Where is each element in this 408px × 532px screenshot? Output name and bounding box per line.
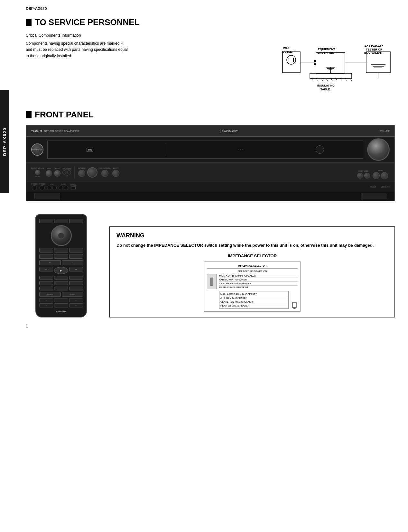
svg-line-15 xyxy=(321,78,323,81)
set-menu-btn[interactable] xyxy=(78,170,85,177)
remote-vol-up[interactable]: + xyxy=(39,260,61,265)
imp-row-rear: REAR 8Ω MIN. /SPEAKER xyxy=(219,286,298,289)
input-btn2[interactable] xyxy=(381,172,388,179)
amp-controls-row: BASS EXTENSION ON OFF BASS TREBLE xyxy=(26,162,394,182)
imp-switch-lever xyxy=(210,278,213,286)
remote-btn-9[interactable] xyxy=(69,254,83,259)
input-btn1[interactable] xyxy=(373,172,380,179)
svg-text:EQUIVALENT: EQUIVALENT xyxy=(364,51,383,54)
impedance-title: IMPEDANCE SELECTOR xyxy=(116,253,388,258)
remote-tape-btn[interactable]: POWER xyxy=(62,292,83,297)
amp-top-bar: YAMAHA NATURAL SOUND AV AMPLIFIER CINEMA… xyxy=(26,125,394,137)
remote-btn-b2[interactable] xyxy=(54,281,68,285)
remote-btn-5[interactable] xyxy=(54,248,68,252)
remote-next-btn[interactable]: ⏭ xyxy=(69,267,83,271)
side-tab-label: DSP-AX620 xyxy=(2,127,7,156)
svideo-jack xyxy=(40,185,45,190)
amplifier-diagram: YAMAHA NATURAL SOUND AV AMPLIFIER CINEMA… xyxy=(26,125,395,201)
page-number: 1 xyxy=(26,324,395,328)
model-number: DSP-AX620 xyxy=(26,6,47,11)
remote-vol-row: + − xyxy=(39,260,83,265)
remote-btn-b3[interactable] xyxy=(69,281,83,285)
video-jack1 xyxy=(47,186,51,190)
remote-empty2 xyxy=(54,303,68,307)
effect-btn[interactable] xyxy=(112,170,119,177)
svg-rect-7 xyxy=(314,60,316,62)
remote-empty xyxy=(54,298,68,302)
imp-diagram-content2: MAIN A OR B 4Ω MIN. /SPEAKER A+B 8Ω MIN.… xyxy=(207,291,298,309)
remote-btn-a1[interactable] xyxy=(39,276,53,280)
speaker-a-btn[interactable] xyxy=(62,170,66,174)
critical-info: Critical Components Information Componen… xyxy=(26,32,260,97)
speaker-b-btn[interactable] xyxy=(67,170,71,174)
treble-knob[interactable] xyxy=(54,170,60,177)
remote-btn-c2[interactable] xyxy=(54,287,68,290)
imp-row-main-a2: MAIN A OR B 4Ω MIN. /SPEAKER xyxy=(220,292,287,296)
remote-bottom-grid: − − + + xyxy=(39,298,83,307)
yamaha-brand: YAMAHA xyxy=(31,130,42,133)
yamaha-tagline: NATURAL SOUND AV AMPLIFIER xyxy=(44,130,79,132)
svg-text:UNDER TEST: UNDER TEST xyxy=(317,51,336,54)
treble-label: TREBLE xyxy=(54,168,60,170)
imp-icon xyxy=(291,291,298,309)
input-mode-btn1[interactable] xyxy=(357,173,363,179)
remote-btn-2[interactable] xyxy=(54,219,68,223)
remote-plus2[interactable]: + xyxy=(69,303,83,307)
standby-button[interactable]: STANDBY ON xyxy=(31,143,43,156)
info-line3: to those originally installed. xyxy=(26,53,260,59)
sep1 xyxy=(74,166,75,179)
remote-row5 xyxy=(39,276,83,280)
bass-knob[interactable] xyxy=(46,170,52,177)
remote-btn-c3[interactable] xyxy=(69,287,83,290)
remote-btn-a2[interactable] xyxy=(54,276,68,280)
remote-btn-7[interactable] xyxy=(39,254,53,259)
warning-title: WARNING xyxy=(116,232,388,239)
tape-deck-area: dtS DIGITAL xyxy=(47,141,363,159)
volume-knob[interactable] xyxy=(367,138,390,161)
tape-knob[interactable] xyxy=(316,145,324,154)
svg-rect-0 xyxy=(283,52,300,73)
svg-line-16 xyxy=(326,78,328,81)
warning-section: WARNING Do not change the IMPEDANCE SELE… xyxy=(109,214,395,317)
remote-power-btn[interactable]: POWER xyxy=(39,292,61,297)
remote-btn-6[interactable] xyxy=(69,248,83,252)
remote-btn-3[interactable] xyxy=(69,219,83,223)
remote-btn-8[interactable] xyxy=(54,254,68,259)
bass-ext-knob[interactable] xyxy=(35,170,40,175)
svideo-label: S VIDEO xyxy=(39,183,45,185)
remote-play-row: ⏮ ▶ ⏭ xyxy=(39,267,83,274)
remote-play-btn[interactable]: ▶ xyxy=(54,267,68,274)
remote-btn-1[interactable] xyxy=(39,219,53,223)
front-panel-section: FRONT PANEL YAMAHA NATURAL SOUND AV AMPL… xyxy=(26,110,395,201)
svg-rect-8 xyxy=(314,63,316,65)
remote-yamaha-logo: YAMAHA xyxy=(39,310,83,313)
speakers-label: SPEAKERS xyxy=(62,168,71,170)
imp-row-ab2: A+B 8Ω MIN. /SPEAKER xyxy=(220,296,287,300)
info-line1: Components having special characteristic… xyxy=(26,41,260,47)
nav-knob[interactable] xyxy=(87,167,97,178)
remote-btn-4[interactable] xyxy=(39,248,53,252)
remote-plus1[interactable]: + xyxy=(39,303,53,307)
remote-vol-down[interactable]: − xyxy=(62,260,83,265)
remote-btn-b1[interactable] xyxy=(39,281,53,285)
svg-line-14 xyxy=(316,78,318,81)
remote-btn-a3[interactable] xyxy=(69,276,83,280)
dts-badge: dtS xyxy=(87,148,93,152)
remote-nav-wheel[interactable] xyxy=(51,225,72,246)
warning-box: WARNING Do not change the IMPEDANCE SELE… xyxy=(109,226,395,317)
imp-row-center: CENTER 8Ω MIN. /SPEAKER xyxy=(219,282,298,286)
video-label: VIDEO xyxy=(50,184,54,185)
dsp-prog-btn[interactable] xyxy=(101,170,108,177)
remote-nav-center[interactable] xyxy=(58,233,64,239)
remote-btn-c1[interactable] xyxy=(39,287,53,290)
phones-jack xyxy=(32,185,37,190)
remote-prev-btn[interactable]: ⏮ xyxy=(39,267,53,271)
set-menu-label: SET MENU xyxy=(78,168,85,169)
remote-minus2[interactable]: − xyxy=(69,298,83,302)
remote-minus1[interactable]: − xyxy=(39,298,53,302)
input-mode-btn2[interactable] xyxy=(364,173,370,179)
top-section: Critical Components Information Componen… xyxy=(26,32,395,97)
bass-ext-on: ON xyxy=(35,176,37,177)
cinema-dsp-badge: CINEMA DSP xyxy=(220,129,239,133)
bass-label: BASS xyxy=(47,168,51,170)
